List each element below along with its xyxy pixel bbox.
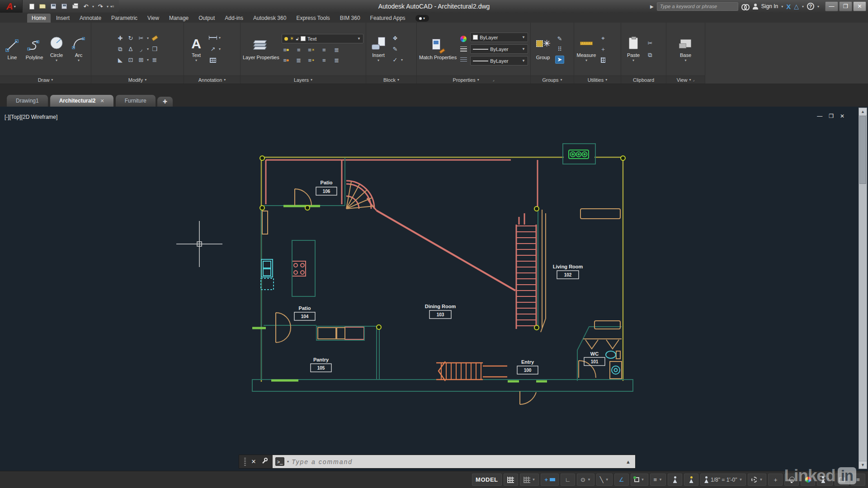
erase-tool[interactable] xyxy=(150,34,159,42)
base-dropdown[interactable]: ▾ xyxy=(684,59,686,63)
quick-calculator-tool[interactable] xyxy=(599,56,608,64)
ungroup-tool[interactable]: ✎ xyxy=(555,35,564,43)
annotation-scale-button[interactable]: 1/8" = 1'-0"▼ xyxy=(700,474,746,486)
tab-parametric[interactable]: Parametric xyxy=(107,14,142,23)
offset-tool[interactable]: ≣ xyxy=(150,56,159,64)
modify-panel-label[interactable]: Modify▾ xyxy=(91,75,184,84)
scroll-down-arrow[interactable]: ▼ xyxy=(859,461,867,469)
group-selection-toggle[interactable]: ➤ xyxy=(555,56,564,64)
leader-tool[interactable]: ↗ xyxy=(208,45,217,53)
layer-off-tool[interactable]: ≡ xyxy=(282,46,291,54)
insert-block-button[interactable]: Insert ▾ xyxy=(368,35,388,63)
sign-in-button[interactable]: Sign In xyxy=(761,3,778,9)
command-history-toggle[interactable]: ▲ xyxy=(626,459,632,465)
layer-prev-tool[interactable]: ≣ xyxy=(332,56,341,64)
arc-tool[interactable]: Arc ▾ xyxy=(69,35,89,63)
view-panel-label[interactable]: View▾⌟ xyxy=(666,75,705,84)
viewport-controls-label[interactable]: [-][Top][2D Wireframe] xyxy=(5,114,57,120)
undo-dropdown[interactable]: ▾ xyxy=(92,5,94,9)
viewport-restore-icon[interactable]: ❐ xyxy=(829,113,834,119)
object-color-select[interactable]: ByLayer ▼ xyxy=(470,33,528,42)
stretch-tool[interactable]: ◣ xyxy=(116,56,125,64)
group-edit-tool[interactable]: ⠿ xyxy=(555,45,564,53)
a360-dropdown[interactable]: ▾ xyxy=(802,5,804,9)
groups-panel-label[interactable]: Groups▾ xyxy=(531,75,574,84)
layer-current-tool[interactable]: ≣ xyxy=(294,56,303,64)
new-drawing-tab-button[interactable]: ✚ xyxy=(157,97,173,107)
mirror-tool[interactable]: ∆ xyxy=(126,45,135,53)
array-dropdown[interactable]: ▾ xyxy=(147,58,149,62)
lineweight-icon[interactable] xyxy=(459,45,468,53)
text-tool[interactable]: A Text ▾ xyxy=(186,35,206,63)
app-menu-button[interactable]: A ▾ xyxy=(0,0,23,13)
scroll-up-arrow[interactable]: ▲ xyxy=(859,108,867,116)
linetype-icon[interactable] xyxy=(459,56,468,64)
recent-commands-dropdown[interactable]: ▾ xyxy=(287,460,289,464)
tab-express-tools[interactable]: Express Tools xyxy=(292,14,334,23)
quick-select-tool[interactable]: ⌖ xyxy=(599,34,608,42)
move-tool[interactable]: ✚ xyxy=(116,34,125,42)
text-dropdown[interactable]: ▾ xyxy=(195,59,197,63)
object-snap-button[interactable]: ▼ xyxy=(631,474,648,486)
dimension-tool[interactable] xyxy=(208,34,217,42)
viewport-minimize-icon[interactable]: — xyxy=(817,113,822,119)
tab-annotate[interactable]: Annotate xyxy=(75,14,106,23)
edit-attributes-tool[interactable]: ✎ xyxy=(391,45,400,53)
view-dialog-launcher[interactable]: ⌟ xyxy=(693,78,694,82)
annotation-monitor-button[interactable]: ＋ xyxy=(768,474,783,486)
paste-dropdown[interactable]: ▾ xyxy=(632,59,634,63)
autodesk-360-icon[interactable]: △ xyxy=(794,3,799,10)
line-tool[interactable]: Line xyxy=(2,38,22,60)
doc-tab-architectural2[interactable]: Architectural2✕ xyxy=(50,94,114,107)
redo-button[interactable]: ↷ xyxy=(96,2,105,10)
measure-dropdown[interactable]: ▾ xyxy=(585,59,587,63)
block-editor-tool[interactable]: ✓ xyxy=(391,56,400,64)
dimension-dropdown[interactable]: ▾ xyxy=(219,36,221,40)
measure-button[interactable]: Measure ▾ xyxy=(576,35,596,63)
save-button[interactable] xyxy=(49,2,58,10)
tab-bim-360[interactable]: BIM 360 xyxy=(335,14,365,23)
point-tool[interactable]: ＋ xyxy=(599,45,608,53)
block-editor-dropdown[interactable]: ▾ xyxy=(401,58,403,62)
close-tab-icon[interactable]: ✕ xyxy=(100,98,104,104)
snap-mode-button[interactable]: ▼ xyxy=(520,474,539,486)
tab-featured-apps[interactable]: Featured Apps xyxy=(366,14,410,23)
polar-tracking-button[interactable]: ⊙▼ xyxy=(577,474,594,486)
search-input[interactable]: Type a keyword or phrase xyxy=(657,2,738,11)
trim-dropdown[interactable]: ▾ xyxy=(147,36,149,40)
layer-properties-button[interactable]: Layer Properties xyxy=(243,38,279,60)
properties-panel-label[interactable]: Properties▾⌟ xyxy=(417,75,530,84)
fillet-dropdown[interactable]: ▾ xyxy=(147,47,149,51)
doc-tab-furniture[interactable]: Furniture xyxy=(115,94,156,107)
save-as-button[interactable] xyxy=(60,2,69,10)
layer-lock-tool[interactable]: ≡ xyxy=(320,46,329,54)
dynamic-input-button[interactable]: + xyxy=(541,474,559,486)
array-tool[interactable]: ⊞ xyxy=(137,56,146,64)
qat-customize-button[interactable]: ▾≡ xyxy=(110,5,114,9)
layers-panel-label[interactable]: Layers▾ xyxy=(241,75,366,84)
object-color-icon[interactable] xyxy=(459,35,468,43)
group-button[interactable]: ✳ Group xyxy=(533,38,553,60)
new-file-button[interactable] xyxy=(27,2,36,10)
tab-add-ins[interactable]: Add-ins xyxy=(220,14,248,23)
minimize-button[interactable]: — xyxy=(825,1,838,11)
search-binoculars-icon[interactable] xyxy=(741,4,750,9)
command-input[interactable]: >_ ▾ Type a command ▲ xyxy=(273,455,635,468)
help-dropdown[interactable]: ▾ xyxy=(817,5,819,9)
tab-output[interactable]: Output xyxy=(194,14,219,23)
open-file-button[interactable] xyxy=(38,2,47,10)
cut-tool[interactable]: ✂ xyxy=(646,39,655,47)
tab-insert[interactable]: Insert xyxy=(52,14,74,23)
fillet-tool[interactable]: ◞ xyxy=(137,45,146,53)
restore-button[interactable]: ❐ xyxy=(839,1,852,11)
vertical-scrollbar[interactable]: ▲ ▼ xyxy=(859,108,867,469)
rotate-tool[interactable]: ↻ xyxy=(126,34,135,42)
annotation-autoscale-button[interactable] xyxy=(684,474,698,486)
annotation-panel-label[interactable]: Annotation▾ xyxy=(184,75,240,84)
base-button[interactable]: Base ▾ xyxy=(676,35,696,63)
model-space-button[interactable]: MODEL xyxy=(472,474,501,486)
command-line-bar[interactable]: ✕ >_ ▾ Type a command ▲ xyxy=(239,455,636,469)
layer-freeze-tool[interactable]: ≡☀ xyxy=(307,46,316,54)
utilities-panel-label[interactable]: Utilities▾ xyxy=(574,75,621,84)
undo-button[interactable]: ↶ xyxy=(81,2,90,10)
